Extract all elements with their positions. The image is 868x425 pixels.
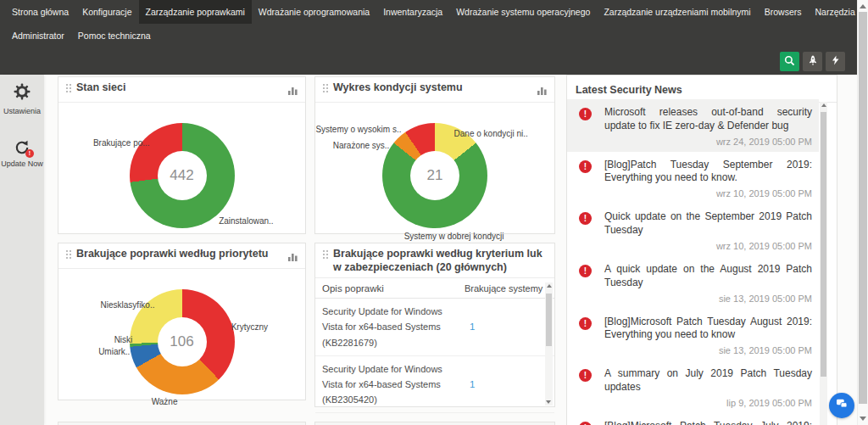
scrollbar-thumb[interactable] [859, 12, 867, 404]
donut-total: 106 [170, 333, 193, 350]
nav-item[interactable]: Browsers [758, 0, 809, 24]
alert-icon: ! [579, 369, 592, 382]
drag-handle-icon[interactable] [322, 83, 328, 93]
update-icon: ! [14, 139, 31, 156]
nav-item[interactable]: Administrator [5, 24, 71, 48]
news-item-title[interactable]: A quick update on the August 2019 Patch … [604, 263, 812, 290]
next-row-panel-edge [314, 422, 555, 425]
bar-chart-icon[interactable] [288, 83, 298, 98]
scroll-up-arrow[interactable] [547, 284, 552, 288]
patch-table-body: Security Update for Windows Vista for x6… [315, 299, 554, 425]
news-item-title[interactable]: A summary on July 2019 Patch Tuesday upd… [604, 367, 812, 394]
network-status-donut-chart: 442Brakujące po...Zainstalowan.. [58, 103, 305, 240]
panel-missing-patches-priority: Brakujące poprawki według priorytetu 106… [58, 243, 306, 400]
news-item-title[interactable]: Quick update on the September 2019 Patch… [604, 210, 812, 238]
bar-chart-icon[interactable] [288, 249, 298, 265]
top-navigation-bar: Strona głównaKonfiguracjeZarządzanie pop… [0, 0, 857, 75]
nav-item[interactable]: Konfiguracje [75, 0, 138, 24]
alert-icon: ! [579, 212, 592, 225]
news-scrollbar[interactable] [820, 102, 827, 425]
news-panel-title: Latest Security News [576, 84, 682, 96]
news-item-date: sie 13, 2019 05:00 PM [604, 345, 812, 355]
news-item-title[interactable]: [Blog]Microsoft Patch Tuesday August 201… [604, 316, 812, 343]
alert-icon: ! [579, 160, 592, 173]
alert-icon: ! [579, 265, 592, 277]
nav-item[interactable]: Strona główna [5, 0, 75, 24]
news-item[interactable]: !Microsoft releases out-of-band security… [567, 99, 819, 152]
nav-item[interactable]: Pomoc techniczna [71, 24, 158, 48]
missing-systems-link[interactable]: 1 [470, 322, 548, 332]
nav-item[interactable]: Wdrażanie oprogramowania [252, 0, 376, 24]
chat-icon [835, 397, 849, 414]
news-item-title[interactable]: [Blog]Microsoft Patch Tuesday July 2019:… [604, 420, 812, 425]
chat-support-button[interactable] [829, 393, 854, 418]
table-row: Security Update for Windows Vista for x6… [315, 356, 554, 413]
segment-label: Brakujące po... [93, 138, 150, 148]
news-item-title[interactable]: [Blog]Patch Tuesday September 2019: Ever… [604, 159, 812, 186]
quick-actions-button[interactable] [826, 52, 845, 71]
flash-icon [831, 54, 841, 70]
nav-item[interactable]: Inwentaryzacja [376, 0, 449, 24]
alert-icon: ! [579, 108, 592, 120]
news-item[interactable]: ![Blog]Patch Tuesday September 2019: Eve… [567, 152, 819, 204]
update-alert-badge: ! [25, 149, 34, 158]
scrollbar-thumb[interactable] [821, 112, 826, 377]
panel-system-health: Wykres kondycji systemu 21Systemy o wyso… [314, 76, 555, 234]
scroll-down-arrow[interactable] [546, 400, 551, 404]
news-item[interactable]: !A summary on July 2019 Patch Tuesday up… [567, 361, 819, 413]
segment-label: Niski [114, 335, 133, 344]
bar-chart-icon[interactable] [537, 83, 548, 98]
news-item[interactable]: ![Blog]Microsoft Patch Tuesday August 20… [567, 309, 819, 361]
table-scrollbar[interactable] [545, 282, 553, 405]
panel-header: Brakujące poprawki według priorytetu [58, 243, 305, 269]
alert-icon: ! [579, 422, 592, 425]
main-nav: Strona głównaKonfiguracjeZarządzanie pop… [0, 0, 857, 48]
column-header-missing-systems: Brakujące systemy [465, 283, 548, 294]
nav-item[interactable]: Wdrażanie systemu operacyjnego [449, 0, 597, 24]
segment-label: Systemy o wysokim s.. [315, 125, 401, 134]
column-header-description: Opis poprawki [322, 283, 465, 294]
scroll-down-arrow[interactable] [860, 417, 866, 421]
drag-handle-icon[interactable] [65, 249, 71, 260]
drag-handle-icon[interactable] [65, 83, 71, 93]
nav-item[interactable]: Zarządzanie urządzeniami mobilnymi [597, 0, 757, 24]
panel-security-news: Latest Security News !Microsoft releases… [566, 75, 837, 425]
page-scrollbar[interactable] [857, 0, 868, 425]
search-button[interactable] [780, 52, 799, 71]
scrollbar-thumb[interactable] [546, 294, 552, 346]
news-item[interactable]: ![Blog]Microsoft Patch Tuesday July 2019… [567, 413, 819, 425]
panel-network-status: Stan sieci 442Brakujące po...Zainstalowa… [58, 76, 306, 234]
topbar-actions [780, 52, 845, 71]
news-item[interactable]: !Quick update on the September 2019 Patc… [567, 204, 819, 256]
panel-header: Stan sieci [58, 77, 305, 103]
news-item-date: wrz 10, 2019 05:00 PM [604, 241, 812, 251]
scroll-up-arrow[interactable] [821, 103, 826, 107]
search-icon [784, 54, 795, 70]
segment-label: Zainstalowan.. [219, 216, 273, 226]
scroll-up-arrow[interactable] [860, 4, 866, 8]
news-item-title[interactable]: Microsoft releases out-of-band security … [604, 106, 812, 133]
patches-priority-donut-chart: 106Niesklasyfiko..NiskiUmiark..WażneKryt… [58, 269, 305, 406]
next-row-panel-edge [58, 422, 306, 425]
alert-icon: ! [579, 317, 592, 330]
news-item[interactable]: !A quick update on the August 2019 Patch… [567, 256, 819, 309]
left-sidebar: Ustawienia ! Update Now [0, 75, 44, 425]
missing-systems-link[interactable]: 1 [470, 379, 548, 389]
nav-item[interactable]: Zarządzanie poprawkami [139, 0, 252, 24]
drag-handle-icon[interactable] [322, 249, 328, 260]
nav-item[interactable]: Narzędzia [808, 0, 861, 24]
donut-ring[interactable]: 21 [382, 123, 487, 228]
panel-header: Brakujące poprawki według kryterium luk … [315, 243, 554, 278]
panel-title: Wykres kondycji systemu [333, 81, 463, 95]
sidebar-item-settings[interactable]: Ustawienia [0, 83, 44, 115]
sidebar-item-update-now[interactable]: ! Update Now [0, 139, 44, 168]
patch-manager-dashboard: Strona głównaKonfiguracjeZarządzanie pop… [0, 0, 868, 425]
news-item-date: wrz 10, 2019 05:00 PM [604, 188, 812, 199]
segment-label: Dane o kondycji ni.. [454, 129, 528, 138]
nav-row: Strona głównaKonfiguracjeZarządzanie pop… [5, 0, 857, 24]
news-item-date: wrz 24, 2019 05:00 PM [604, 137, 812, 147]
panel-title: Brakujące poprawki według priorytetu [76, 248, 268, 261]
panel-header: Wykres kondycji systemu [315, 77, 554, 103]
segment-label: Umiark.. [98, 347, 130, 356]
announcements-button[interactable] [803, 52, 822, 71]
